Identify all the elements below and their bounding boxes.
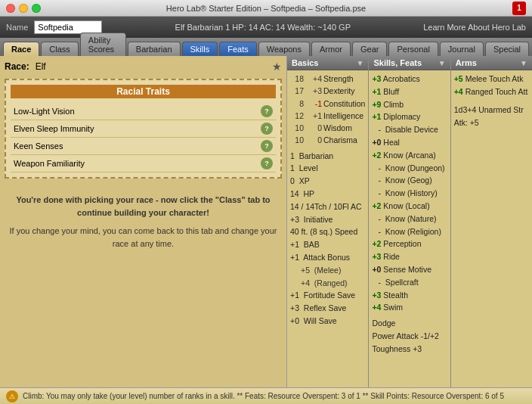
basics-fortitude: +1 Fortitude Save [290, 289, 365, 302]
racial-traits-header: Racial Traits [11, 85, 276, 98]
tab-armor[interactable]: Armor [311, 42, 351, 56]
skill-perception: +2 Perception [372, 238, 447, 250]
arms-panel-arrow[interactable]: ▼ [520, 59, 527, 67]
trait-info-icon-1[interactable]: ? [261, 105, 273, 117]
char-info: Elf Barbarian 1 HP: 14 AC: 14 Wealth: ~1… [108, 23, 417, 32]
arms-panel-header: Arms ▼ [451, 56, 532, 70]
titlebar-text: Hero Lab® Starter Edition – Softpedia – … [166, 4, 366, 13]
learn-more-link[interactable]: Learn More About Hero Lab [423, 23, 526, 32]
stat-strength: 18 +4 Strength [290, 73, 365, 85]
tab-barbarian[interactable]: Barbarian [128, 42, 181, 56]
trait-weapon-familiarity: Weapon Familiarity ? [11, 155, 276, 172]
info-text-1: You're done with picking your race - now… [5, 194, 282, 219]
tab-race[interactable]: Race [3, 42, 39, 56]
stat-charisma: 10 0 Charisma [290, 134, 365, 146]
stat-name-str: Strength [323, 73, 354, 85]
left-panel: Race: Elf ★ Racial Traits Low-Light Visi… [0, 56, 287, 387]
arms-panel: Arms ▼ +5 Melee Touch Atk +4 Ranged Touc… [451, 56, 532, 387]
arms-melee-touch: +5 Melee Touch Atk [454, 73, 529, 85]
tab-feats[interactable]: Feats [219, 42, 257, 56]
tab-skills[interactable]: Skills [182, 42, 218, 56]
skill-diplomacy: +1 Diplomacy [372, 110, 447, 123]
stat-num-con: 8 [290, 98, 304, 110]
info-text: You're done with picking your race - now… [5, 194, 282, 256]
skills-panel: Skills, Feats ▼ +3 Acrobatics +1 Bluff +… [369, 56, 450, 387]
tab-journal[interactable]: Journal [440, 42, 484, 56]
basics-panel-header: Basics ▼ [287, 56, 368, 70]
feat-power-attack: Power Attack -1/+2 [372, 330, 447, 343]
basics-attack-bonus: +1 Attack Bonus [290, 251, 365, 264]
tab-row: Race Class Ability Scores Barbarian Skil… [0, 38, 532, 56]
skills-panel-arrow[interactable]: ▼ [438, 59, 446, 67]
name-label: Name [6, 23, 28, 32]
statusbar-text: Climb: You may only take (your level) nu… [23, 392, 504, 400]
trait-name-2: Elven Sleep Immunity [14, 124, 261, 133]
trait-name-3: Keen Senses [14, 141, 261, 151]
tab-gear[interactable]: Gear [352, 42, 387, 56]
arms-panel-title: Arms [456, 58, 477, 67]
stat-name-cha: Charisma [323, 134, 357, 146]
stat-wisdom: 10 0 Wisdom [290, 122, 365, 134]
trait-keen-senses: Keen Senses ? [11, 138, 276, 155]
right-panels: Basics ▼ 18 +4 Strength 17 +3 Dexterity … [287, 56, 532, 387]
tab-class[interactable]: Class [41, 42, 79, 56]
window-controls[interactable] [6, 4, 41, 13]
tab-weapons[interactable]: Weapons [258, 42, 310, 56]
stat-dexterity: 17 +3 Dexterity [290, 85, 365, 97]
trait-info-icon-3[interactable]: ? [261, 140, 273, 152]
stat-num-int: 12 [290, 110, 304, 122]
trait-name-1: Low-Light Vision [14, 107, 261, 116]
trait-info-icon-2[interactable]: ? [261, 123, 273, 135]
basics-barbarian: 1 Barbarian [290, 150, 365, 163]
skill-ride: +3 Ride [372, 250, 447, 263]
skill-know-nature: - Know (Nature) [372, 213, 447, 225]
arms-ranged-touch: +4 Ranged Touch Att [454, 85, 529, 98]
statusbar: ⚠ Climb: You may only take (your level) … [0, 387, 532, 404]
trait-elven-sleep-immunity: Elven Sleep Immunity ? [11, 120, 276, 138]
maximize-button[interactable] [32, 4, 41, 13]
close-button[interactable] [6, 4, 15, 13]
tab-special[interactable]: Special [485, 42, 529, 56]
stat-name-dex: Dexterity [323, 85, 354, 97]
statusbar-icon: ⚠ [6, 390, 18, 402]
skill-climb: +9 Climb [372, 98, 447, 111]
race-label: Race: [5, 61, 29, 72]
stat-bonus-con: -1 [305, 98, 322, 110]
stat-bonus-dex: +3 [305, 85, 322, 97]
basics-panel-arrow[interactable]: ▼ [357, 59, 364, 67]
stat-bonus-int: +1 [305, 110, 322, 122]
skill-know-history: - Know (History) [372, 187, 447, 200]
skill-sense-motive: +0 Sense Motive [372, 263, 447, 276]
basics-level: 1 Level [290, 162, 365, 175]
trait-info-icon-4[interactable]: ? [261, 157, 273, 169]
stat-bonus-wis: 0 [305, 122, 322, 134]
race-row: Race: Elf ★ [5, 61, 282, 73]
titlebar: Hero Lab® Starter Edition – Softpedia – … [0, 0, 532, 17]
skill-bluff: +1 Bluff [372, 85, 447, 98]
skill-know-religion: - Know (Religion) [372, 225, 447, 238]
basics-panel-title: Basics [292, 58, 318, 67]
tab-personal[interactable]: Personal [388, 42, 438, 56]
main-area: Race: Elf ★ Racial Traits Low-Light Visi… [0, 56, 532, 387]
arms-unarmed: 1d3+4 Unarmed Str [454, 104, 529, 117]
skills-panel-title: Skills, Feats [373, 58, 422, 67]
race-star: ★ [272, 61, 282, 73]
minimize-button[interactable] [19, 4, 28, 13]
tab-ability-scores[interactable]: Ability Scores [80, 33, 126, 56]
trait-name-4: Weapon Familiarity [14, 159, 261, 168]
basics-reflex: +3 Reflex Save [290, 302, 365, 315]
trait-low-light-vision: Low-Light Vision ? [11, 103, 276, 120]
skill-know-arcana: +2 Know (Arcana) [372, 149, 447, 162]
basics-initiative: +3 Initiative [290, 213, 365, 226]
arms-atk: Atk: +5 [454, 117, 529, 129]
racial-traits-box: Racial Traits Low-Light Vision ? Elven S… [5, 79, 282, 179]
skill-swim: +4 Swim [372, 301, 447, 314]
feat-toughness: Toughness +3 [372, 343, 447, 356]
basics-panel-content: 18 +4 Strength 17 +3 Dexterity 8 -1 Cons… [287, 70, 368, 387]
skill-stealth: +3 Stealth [372, 289, 447, 302]
skill-know-geog: - Know (Geog) [372, 174, 447, 187]
stat-num-str: 18 [290, 73, 304, 85]
stat-name-con: Constitution [323, 98, 365, 110]
skill-know-dungeon: - Know (Dungeon) [372, 162, 447, 175]
basics-hp: 14 HP [290, 188, 365, 200]
